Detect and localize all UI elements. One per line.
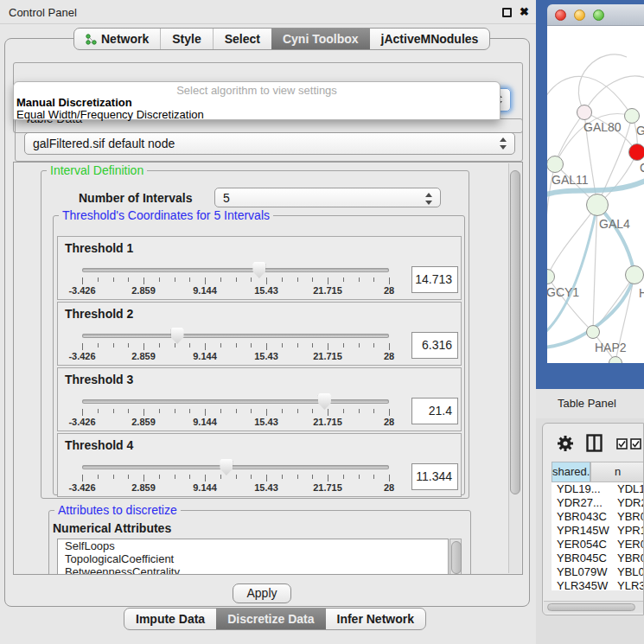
threshold-title: Threshold 4 <box>65 438 133 452</box>
network-node-h[interactable] <box>625 265 644 284</box>
table-row[interactable]: YBR043CYBR0 <box>552 510 644 524</box>
network-canvas[interactable]: GAL80GCGAL11GAL4GCY1HHAP2 <box>547 26 644 363</box>
slider-minor-tick <box>359 343 360 348</box>
tab-discretize-data[interactable]: Discretize Data <box>216 609 325 629</box>
slider-track[interactable] <box>82 465 389 469</box>
slider-track[interactable] <box>82 268 389 272</box>
threshold-value-field[interactable]: 14.713 <box>411 266 458 293</box>
table-row[interactable]: YDR27...YDR2 <box>552 496 644 510</box>
table-row[interactable]: YLR345WYLR3 <box>552 579 644 590</box>
threshold-slider[interactable]: -3.4262.8599.14415.4321.71528 <box>82 462 389 492</box>
slider-track[interactable] <box>82 334 389 338</box>
network-node-gal4[interactable] <box>586 194 609 216</box>
float-window-icon[interactable] <box>502 8 512 17</box>
table-data-combobox[interactable]: galFiltered.sif default node <box>24 132 515 155</box>
slider-handle[interactable] <box>220 459 233 475</box>
slider-minor-tick <box>251 343 252 348</box>
threshold-slider[interactable]: -3.4262.8599.14415.4321.71528 <box>82 265 389 295</box>
popup-option-manual-discretization[interactable]: Manual Discretization <box>14 97 500 109</box>
table-cell[interactable]: YER0 <box>609 538 644 552</box>
table-cell[interactable]: YBR0 <box>609 510 644 524</box>
checkbox-checked-icon[interactable] <box>616 438 628 450</box>
table-cell[interactable]: YBL0 <box>609 565 644 579</box>
split-columns-icon[interactable] <box>586 434 603 452</box>
table-cell[interactable]: YDL1 <box>609 482 644 496</box>
table-cell[interactable]: YBR045C <box>552 552 609 565</box>
threshold-3-panel: Threshold 3-3.4262.8599.14415.4321.71528… <box>57 367 462 431</box>
network-node-hap2[interactable] <box>586 325 600 339</box>
table-cell[interactable]: YLR345W <box>552 579 609 590</box>
network-node-c[interactable] <box>628 143 644 161</box>
network-node-g[interactable] <box>624 108 640 124</box>
column-header-name[interactable]: n <box>590 462 644 482</box>
gear-icon[interactable] <box>557 435 574 452</box>
table-cell[interactable]: YER054C <box>552 538 609 552</box>
attributes-list-scrollbar[interactable] <box>450 539 462 575</box>
table-row[interactable]: YBL079WYBL0 <box>552 565 644 579</box>
slider-tick-label: -3.426 <box>68 482 95 493</box>
threshold-value-field[interactable]: 6.316 <box>411 332 458 359</box>
slider-handle[interactable] <box>252 262 265 278</box>
zoom-traffic-light-icon[interactable] <box>593 10 604 21</box>
minimize-traffic-light-icon[interactable] <box>574 10 585 21</box>
table-cell[interactable]: YLR3 <box>609 579 644 590</box>
tab-cyni-toolbox[interactable]: Cyni Toolbox <box>271 29 370 49</box>
threshold-value-field[interactable]: 11.344 <box>411 463 458 490</box>
attribute-list-item[interactable]: TopologicalCoefficient <box>58 552 448 565</box>
attribute-list-item[interactable]: SelfLoops <box>58 539 448 552</box>
numerical-attributes-list[interactable]: SelfLoopsTopologicalCoefficientBetweenne… <box>57 539 449 575</box>
checkbox-checked-icon[interactable] <box>630 438 641 450</box>
table-horizontal-scrollbar[interactable] <box>544 601 644 613</box>
tab-jactivemnodules[interactable]: jActiveMNodules <box>370 29 490 49</box>
threshold-value-field[interactable]: 21.4 <box>411 398 458 424</box>
slider-minor-tick <box>359 475 360 479</box>
table-cell[interactable]: YBL079W <box>552 565 609 579</box>
node-label: G <box>636 124 644 137</box>
network-node-gal11[interactable] <box>547 156 564 173</box>
table-cell[interactable]: YDR2 <box>609 496 644 510</box>
attribute-list-item[interactable]: BetweennessCentrality <box>58 565 448 575</box>
table-cell[interactable]: YPR145W <box>552 524 609 538</box>
slider-minor-tick <box>373 343 374 348</box>
threshold-slider[interactable]: -3.4262.8599.14415.4321.71528 <box>82 331 389 360</box>
slider-tick-label: 21.715 <box>313 351 342 361</box>
close-icon[interactable]: ✖ <box>520 5 529 18</box>
tab-infer-network[interactable]: Infer Network <box>326 609 425 629</box>
scrollbar-thumb[interactable] <box>510 170 520 494</box>
table-cell[interactable]: YDL19... <box>552 482 609 496</box>
slider-major-tick <box>82 343 83 350</box>
slider-handle[interactable] <box>171 328 184 344</box>
column-header-shared-name[interactable]: shared... <box>552 462 590 482</box>
table-row[interactable]: YPR145WYPR1 <box>552 524 644 538</box>
table-row[interactable]: YBR045CYBR0 <box>552 552 644 565</box>
table-cell[interactable]: YDR27... <box>552 496 609 510</box>
node-label: GAL80 <box>583 120 622 134</box>
tab-network[interactable]: Network <box>74 29 160 49</box>
table-cell[interactable]: YPR1 <box>609 524 644 538</box>
scrollbar-thumb[interactable] <box>451 541 462 574</box>
table-cell[interactable]: YBR0 <box>609 552 644 565</box>
threshold-slider[interactable]: -3.4262.8599.14415.4321.71528 <box>82 397 389 426</box>
scrollbar-thumb[interactable] <box>547 603 635 611</box>
slider-track[interactable] <box>82 399 389 404</box>
threshold-title: Threshold 1 <box>65 241 133 255</box>
close-traffic-light-icon[interactable] <box>555 10 566 21</box>
tab-style[interactable]: Style <box>160 29 212 49</box>
popup-option-equal-width-frequency[interactable]: Equal Width/Frequency Discretization <box>14 109 500 121</box>
table-row[interactable]: YER054CYER0 <box>552 538 644 552</box>
slider-minor-tick <box>189 475 190 479</box>
table-cell[interactable]: YBR043C <box>552 510 609 524</box>
popup-prompt: Select algorithm to view settings <box>14 82 500 97</box>
slider-major-tick <box>328 277 328 284</box>
apply-button[interactable]: Apply <box>233 583 291 603</box>
table-panel-inner: shared...n YDL19...YDL1YDR27...YDR2YBR04… <box>542 423 644 615</box>
number-of-intervals-combobox[interactable]: 5 <box>214 188 441 207</box>
table-row[interactable]: YDL19...YDL1 <box>552 482 644 496</box>
network-node-gal80[interactable] <box>577 105 592 120</box>
settings-vertical-scrollbar[interactable] <box>508 163 521 573</box>
slider-minor-tick <box>343 475 344 479</box>
tab-select[interactable]: Select <box>213 29 271 49</box>
tab-impute-data[interactable]: Impute Data <box>124 609 216 629</box>
slider-handle[interactable] <box>318 393 331 410</box>
slider-minor-tick <box>312 277 313 282</box>
